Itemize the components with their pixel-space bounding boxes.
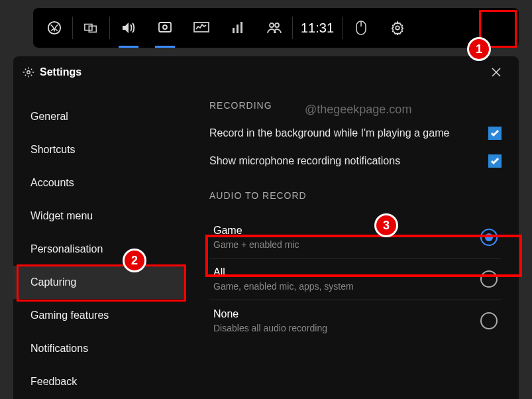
radio-title: None: [213, 308, 327, 320]
capture-icon[interactable]: [146, 8, 183, 48]
sidebar-item-feedback[interactable]: Feedback: [13, 365, 186, 398]
checkbox-label: Show microphone recording notifications: [209, 155, 400, 167]
watermark: @thegeekpage.com: [305, 103, 411, 117]
highlight-capturing-item: [17, 264, 186, 302]
svg-point-10: [275, 23, 279, 27]
sidebar-item-label: Widget menu: [30, 210, 93, 222]
audio-icon[interactable]: [110, 8, 146, 48]
gear-icon: [23, 66, 34, 78]
resources-icon[interactable]: [219, 8, 256, 48]
settings-icon[interactable]: [379, 8, 415, 48]
sidebar-item-label: General: [30, 111, 68, 123]
settings-sidebar: General Shortcuts Accounts Widget menu P…: [13, 88, 186, 399]
svg-point-9: [270, 23, 274, 27]
checkbox-row-mic-notifications[interactable]: Show microphone recording notifications: [209, 154, 502, 168]
radio-option-none[interactable]: None Disables all audio recording: [209, 300, 502, 341]
xbox-icon[interactable]: [36, 8, 72, 48]
sidebar-item-personalisation[interactable]: Personalisation: [13, 233, 186, 266]
performance-icon[interactable]: [183, 8, 219, 48]
radio-button[interactable]: [480, 312, 498, 329]
widgets-icon[interactable]: [73, 8, 109, 48]
sidebar-item-label: Feedback: [30, 376, 77, 388]
svg-point-13: [396, 26, 399, 30]
svg-point-4: [163, 25, 167, 29]
sidebar-item-widget-menu[interactable]: Widget menu: [13, 200, 186, 233]
svg-rect-1: [84, 25, 91, 30]
svg-rect-3: [159, 23, 171, 32]
sidebar-item-label: Notifications: [30, 343, 88, 355]
sidebar-item-label: Personalisation: [30, 243, 103, 255]
close-icon: [491, 67, 502, 78]
annotation-marker-3: 3: [374, 213, 398, 237]
close-button[interactable]: [488, 62, 509, 83]
sidebar-item-label: Shortcuts: [30, 144, 76, 156]
section-head-audio: AUDIO TO RECORD: [209, 190, 502, 201]
sidebar-item-label: Accounts: [30, 177, 74, 189]
sidebar-item-gaming-features[interactable]: Gaming features: [13, 299, 186, 332]
svg-rect-6: [233, 28, 235, 33]
svg-rect-2: [89, 26, 96, 32]
sidebar-item-label: Gaming features: [30, 310, 109, 321]
check-icon: [490, 129, 500, 137]
settings-title: Settings: [40, 66, 81, 78]
highlight-radio-game: [205, 235, 522, 277]
clock: 11:31: [293, 8, 342, 48]
settings-header: Settings: [13, 56, 519, 88]
check-icon: [490, 157, 500, 165]
svg-point-0: [48, 22, 60, 34]
svg-rect-8: [240, 22, 242, 33]
mouse-icon[interactable]: [343, 8, 379, 48]
sidebar-item-accounts[interactable]: Accounts: [13, 166, 186, 200]
checkbox-row-record-background[interactable]: Record in the background while I'm playi…: [209, 127, 502, 140]
sidebar-item-shortcuts[interactable]: Shortcuts: [13, 133, 186, 166]
radio-subtitle: Game, enabled mic, apps, system: [213, 281, 354, 292]
annotation-marker-1: 1: [467, 37, 491, 61]
svg-rect-7: [237, 25, 239, 33]
radio-subtitle: Disables all audio recording: [213, 323, 327, 333]
sidebar-item-notifications[interactable]: Notifications: [13, 332, 186, 365]
svg-point-14: [27, 71, 30, 74]
annotation-marker-2: 2: [123, 249, 146, 272]
checkbox[interactable]: [488, 127, 502, 140]
checkbox[interactable]: [488, 154, 502, 168]
game-bar-topbar: 11:31: [33, 8, 519, 48]
checkbox-label: Record in the background while I'm playi…: [209, 127, 449, 139]
sidebar-item-general[interactable]: General: [13, 100, 186, 133]
social-icon[interactable]: [256, 8, 292, 48]
settings-window: Settings General Shortcuts Accounts Widg…: [13, 56, 519, 399]
svg-rect-5: [194, 23, 209, 32]
